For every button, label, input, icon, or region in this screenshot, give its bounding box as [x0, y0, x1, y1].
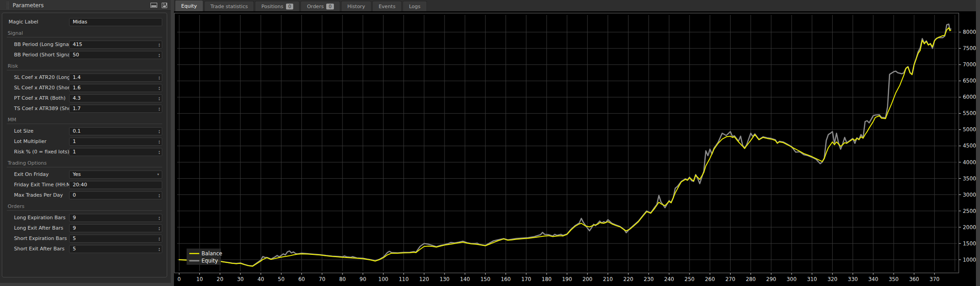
section-header-signal: Signal: [8, 30, 162, 36]
tab-history[interactable]: History: [341, 1, 371, 11]
svg-text:15000: 15000: [963, 240, 976, 247]
field-value: 5: [73, 246, 76, 252]
field-value: 415: [73, 42, 82, 47]
exit-on-friday-label: Exit On Friday: [7, 171, 69, 177]
svg-text:70: 70: [319, 276, 325, 282]
long-exit-after-bars-field[interactable]: 9▴▾: [69, 224, 162, 232]
spinner-arrows-icon[interactable]: ▴▾: [159, 105, 160, 112]
bb-period-short-signal-field[interactable]: 50▴▾: [69, 51, 162, 59]
drag-handle-icon[interactable]: [6, 1, 9, 9]
tab-positions[interactable]: Positions0: [255, 1, 300, 11]
spinner-arrows-icon[interactable]: ▴▾: [159, 51, 160, 59]
spinner-arrows-icon[interactable]: ▴▾: [159, 95, 160, 102]
field-value: 1: [73, 149, 76, 155]
svg-text:20000: 20000: [963, 224, 976, 231]
tab-label: Logs: [409, 4, 420, 9]
long-expiration-bars-field[interactable]: 9▴▾: [69, 214, 162, 222]
spinner-arrows-icon[interactable]: ▴▾: [159, 128, 160, 135]
tab-trade-statistics[interactable]: Trade statistics: [204, 1, 254, 11]
exit-on-friday-select[interactable]: Yes▾: [69, 171, 162, 179]
tab-orders[interactable]: Orders0: [300, 1, 340, 11]
svg-text:140: 140: [460, 276, 470, 282]
magic-label-label: Magic Label: [7, 19, 69, 25]
panel-popout-icon[interactable]: [150, 3, 157, 8]
section-header-risk: Risk: [8, 63, 162, 69]
svg-text:370: 370: [929, 276, 939, 282]
svg-text:70000: 70000: [963, 61, 976, 68]
svg-text:50: 50: [278, 276, 285, 282]
spinner-arrows-icon[interactable]: ▴▾: [159, 192, 160, 199]
ts-coef-x-atr389-short-field[interactable]: 1.7▴▾: [69, 105, 162, 113]
svg-text:10000: 10000: [963, 257, 976, 263]
field-value: 1.7: [73, 106, 81, 111]
svg-text:65000: 65000: [963, 78, 976, 84]
spinner-arrows-icon[interactable]: ▴▾: [159, 225, 160, 232]
svg-text:230: 230: [644, 276, 654, 282]
field-value: 50: [73, 52, 79, 58]
tab-events[interactable]: Events: [372, 1, 402, 11]
svg-text:290: 290: [766, 276, 776, 282]
max-trades-per-day-field[interactable]: 0▴▾: [69, 191, 162, 199]
tab-label: Trade statistics: [211, 4, 248, 9]
svg-text:20: 20: [217, 276, 224, 282]
bb-period-long-signal-field[interactable]: 415▴▾: [69, 41, 162, 49]
pt-coef-x-atr-both-field[interactable]: 4.3▴▾: [69, 94, 162, 102]
tab-logs[interactable]: Logs: [403, 1, 427, 11]
long-exit-after-bars-label: Long Exit After Bars: [7, 225, 69, 231]
field-value: 0.1: [73, 128, 81, 134]
sl-coef-x-atr20-short-field[interactable]: 1.6▴▾: [69, 84, 162, 92]
svg-text:130: 130: [440, 276, 450, 282]
app-window: Parameters Magic LabelMidasSignalBB Peri…: [0, 0, 980, 286]
section-divider: [7, 124, 162, 124]
svg-text:170: 170: [521, 276, 531, 282]
spinner-arrows-icon[interactable]: ▴▾: [159, 235, 160, 242]
param-row: BB Period (Short Signal)50▴▾: [7, 50, 162, 60]
svg-text:310: 310: [807, 276, 817, 282]
svg-text:300: 300: [787, 276, 797, 282]
svg-text:50000: 50000: [963, 126, 976, 133]
section-divider: [7, 70, 162, 70]
svg-text:75000: 75000: [963, 45, 976, 51]
bb-period-long-signal-label: BB Period (Long Signal): [7, 42, 69, 47]
field-value: 9: [73, 225, 76, 231]
svg-text:80: 80: [339, 276, 346, 282]
spinner-arrows-icon[interactable]: ▴▾: [159, 41, 160, 48]
field-value: Yes: [73, 171, 81, 177]
sl-coef-x-atr20-long-field[interactable]: 1.4▴▾: [69, 74, 162, 82]
lot-size-field[interactable]: 0.1▴▾: [69, 127, 162, 135]
spinner-arrows-icon[interactable]: ▴▾: [159, 245, 160, 253]
magic-label-field[interactable]: Midas: [69, 18, 162, 26]
chart-legend: BalanceEquity: [187, 249, 222, 265]
parameters-panel: Parameters Magic LabelMidasSignalBB Peri…: [0, 0, 174, 286]
short-expiration-bars-field[interactable]: 5▴▾: [69, 235, 162, 243]
save-icon[interactable]: [162, 3, 167, 8]
spinner-arrows-icon[interactable]: ▴▾: [159, 74, 160, 81]
chevron-down-icon[interactable]: ▾: [157, 172, 159, 176]
risk-0-fixed-lots-field[interactable]: 1▴▾: [69, 148, 162, 156]
tab-equity[interactable]: Equity: [175, 0, 203, 11]
svg-text:200: 200: [582, 276, 592, 282]
spinner-arrows-icon[interactable]: ▴▾: [159, 84, 160, 92]
svg-text:30: 30: [237, 276, 244, 282]
param-row: Long Exit After Bars9▴▾: [7, 223, 162, 233]
field-value: 9: [73, 215, 76, 221]
svg-text:340: 340: [868, 276, 878, 282]
svg-text:180: 180: [542, 276, 552, 282]
param-row: Long Expiration Bars9▴▾: [7, 212, 162, 223]
svg-text:280: 280: [746, 276, 756, 282]
short-exit-after-bars-field[interactable]: 5▴▾: [69, 245, 162, 253]
lot-multiplier-field[interactable]: 1▴▾: [69, 138, 162, 146]
svg-text:60000: 60000: [963, 94, 976, 100]
spinner-arrows-icon[interactable]: ▴▾: [159, 214, 160, 221]
parameters-panel-header[interactable]: Parameters: [0, 0, 171, 11]
svg-text:210: 210: [603, 276, 613, 282]
svg-text:320: 320: [827, 276, 837, 282]
friday-exit-time-hh-mm-field[interactable]: 20:40: [69, 181, 162, 189]
bb-period-short-signal-label: BB Period (Short Signal): [7, 52, 69, 58]
spinner-arrows-icon[interactable]: ▴▾: [159, 138, 160, 145]
svg-text:60: 60: [298, 276, 305, 282]
svg-text:30000: 30000: [963, 192, 976, 198]
friday-exit-time-hh-mm-label: Friday Exit Time (HH:MM): [7, 182, 69, 188]
svg-text:160: 160: [501, 276, 511, 282]
spinner-arrows-icon[interactable]: ▴▾: [159, 148, 160, 156]
